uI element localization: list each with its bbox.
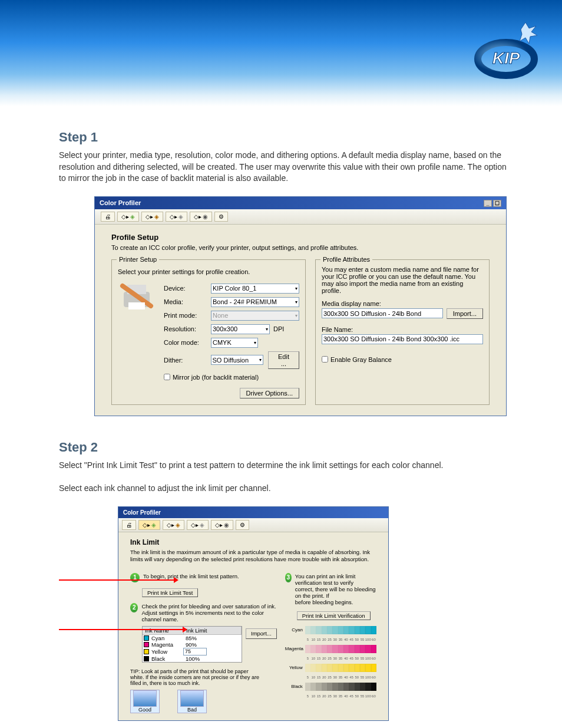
toolbar-step-icon[interactable]: ◇▸◈ xyxy=(141,212,163,222)
good-label: Good xyxy=(138,707,151,713)
resolution-label: Resolution: xyxy=(164,325,211,332)
ink-swatch xyxy=(144,656,149,661)
printer-setup-instruction: Select your printer settings for profile… xyxy=(118,268,299,275)
step1-text: To begin, print the ink limit test patte… xyxy=(143,573,239,579)
device-label: Device: xyxy=(164,285,211,292)
printer-icon xyxy=(118,280,159,315)
toolbar-step-icon[interactable]: ◇▸◉ xyxy=(211,520,233,530)
printmode-select: None xyxy=(211,311,299,321)
media-display-input[interactable] xyxy=(322,308,443,318)
inks-table: Ink NameInk Limit Cyan85%Magenta90%Yello… xyxy=(142,626,242,663)
colormode-label: Color mode: xyxy=(164,339,211,346)
window-title: Color Profiler xyxy=(100,199,141,206)
toolbar-step-icon[interactable]: ◇▸◈ xyxy=(166,212,187,222)
section-subtitle: The ink limit is the maximum amount of i… xyxy=(130,549,376,564)
callout-arrow xyxy=(59,579,177,581)
step-badge-2: 2 xyxy=(130,603,138,612)
callout-arrow xyxy=(59,629,186,630)
svg-rect-4 xyxy=(128,302,145,309)
toolbar-step-icon[interactable]: ◇▸◈ xyxy=(187,520,209,530)
mirror-checkbox[interactable] xyxy=(164,374,170,380)
resolution-select[interactable]: 300x300 xyxy=(211,324,270,334)
section-title: Profile Setup xyxy=(111,233,490,242)
toolbar-print-icon[interactable]: 🖨 xyxy=(122,520,136,530)
profile-attributes-group: Profile Attributes You may enter a custo… xyxy=(315,259,490,405)
step2-text-a: Check the print for bleeding and over sa… xyxy=(141,603,276,610)
svg-text:KIP: KIP xyxy=(492,49,520,67)
toolbar-gear-icon[interactable]: ⚙ xyxy=(236,520,249,530)
printer-setup-legend: Printer Setup xyxy=(117,256,159,263)
ink-row[interactable]: Yellow xyxy=(143,648,242,655)
document-header-banner: KIP xyxy=(0,0,562,106)
edit-button[interactable]: Edit ... xyxy=(268,351,299,369)
window-buttons: _☐ xyxy=(482,199,501,207)
titlebar: Color Profiler _☐ xyxy=(95,197,506,209)
import-button[interactable]: Import... xyxy=(246,628,277,639)
ink-swatch xyxy=(144,642,149,647)
profile-attributes-desc: You may enter a custom media name and fi… xyxy=(322,266,483,294)
minimize-icon[interactable]: _ xyxy=(484,200,492,207)
import-button[interactable]: Import... xyxy=(447,308,483,319)
tip-text: TIP: Look at parts of the print that sho… xyxy=(130,668,260,686)
driver-options-button[interactable]: Driver Options... xyxy=(240,388,299,398)
resolution-unit: DPI xyxy=(273,325,284,332)
color-profiler-dialog-2: Color Profiler 🖨 ◇▸◈ ◇▸◈ ◇▸◈ ◇▸◉ ⚙ Ink L… xyxy=(118,506,389,721)
section-subtitle: To create an ICC color profile, verify y… xyxy=(111,244,490,251)
step2-heading: Step 2 xyxy=(59,440,515,455)
ink-row[interactable]: Black100% xyxy=(143,655,242,662)
media-label: Media: xyxy=(164,298,211,305)
step-badge-3: 3 xyxy=(285,573,292,582)
titlebar: Color Profiler xyxy=(118,507,388,518)
good-example-icon xyxy=(133,690,157,707)
toolbar-step-icon[interactable]: ◇▸◈ xyxy=(163,520,184,530)
ink-row[interactable]: Magenta90% xyxy=(143,641,242,648)
ink-limit-input[interactable] xyxy=(183,648,207,655)
ink-swatch xyxy=(144,649,149,654)
mirror-label: Mirror job (for backlit material) xyxy=(173,374,259,381)
step3-text-a: You can print an ink limit verification … xyxy=(295,573,356,586)
inks-header-limit: Ink Limit xyxy=(184,627,242,634)
profile-attributes-legend: Profile Attributes xyxy=(320,256,372,263)
toolbar-step-icon[interactable]: ◇▸◈ xyxy=(138,520,160,530)
window-title: Color Profiler xyxy=(123,509,161,516)
dither-label: Dither: xyxy=(164,357,211,364)
step1-heading: Step 1 xyxy=(59,130,515,145)
print-ink-limit-verification-button[interactable]: Print Ink Limit Verification xyxy=(297,611,371,620)
dither-select[interactable]: SO Diffusion xyxy=(211,355,263,365)
bad-example-icon xyxy=(180,690,204,707)
gray-balance-checkbox[interactable] xyxy=(322,356,328,363)
colormode-select[interactable]: CMYK xyxy=(211,338,258,348)
ink-swatch xyxy=(144,635,149,641)
maximize-icon[interactable]: ☐ xyxy=(493,200,501,207)
kip-logo: KIP xyxy=(468,18,544,83)
ink-row[interactable]: Cyan85% xyxy=(143,635,242,641)
section-title: Ink Limit xyxy=(130,538,376,546)
step2-body-b: Select each ink channel to adjust the in… xyxy=(59,483,515,495)
printmode-label: Print mode: xyxy=(164,312,211,319)
step2-body-a: Select "Print Ink Limit Test" to print a… xyxy=(59,460,515,472)
bad-label: Bad xyxy=(187,707,197,713)
step1-body: Select your printer, media type, resolut… xyxy=(59,150,515,185)
toolbar-gear-icon[interactable]: ⚙ xyxy=(214,212,228,222)
printer-setup-group: Printer Setup Select your printer settin… xyxy=(111,259,306,405)
toolbar-step-icon[interactable]: ◇▸◈ xyxy=(117,212,139,222)
print-ink-limit-test-button[interactable]: Print Ink Limit Test xyxy=(142,588,198,597)
color-profiler-dialog-1: Color Profiler _☐ 🖨 ◇▸◈ ◇▸◈ ◇▸◈ ◇▸◉ ⚙ Pr… xyxy=(94,196,507,416)
filename-input[interactable] xyxy=(322,334,483,344)
toolbar-print-icon[interactable]: 🖨 xyxy=(101,212,115,222)
media-select[interactable]: Bond - 24# PREMIUM xyxy=(211,297,299,307)
step3-text-b: correct, there will be no bleeding on th… xyxy=(295,586,376,599)
media-display-label: Media display name: xyxy=(322,300,483,307)
gray-balance-label: Enable Gray Balance xyxy=(330,356,392,363)
ink-gradient-preview: Cyan51015202530354045505510060Magenta510… xyxy=(285,626,376,698)
toolbar: 🖨 ◇▸◈ ◇▸◈ ◇▸◈ ◇▸◉ ⚙ xyxy=(118,518,388,532)
inks-header-name: Ink Name xyxy=(143,627,184,634)
step3-text-c: before bleeding begins. xyxy=(295,599,353,605)
toolbar-step-icon[interactable]: ◇▸◉ xyxy=(190,212,212,222)
toolbar: 🖨 ◇▸◈ ◇▸◈ ◇▸◈ ◇▸◉ ⚙ xyxy=(95,209,506,225)
step-badge-1: 1 xyxy=(130,573,140,582)
filename-label: File Name: xyxy=(322,326,483,333)
step2-text-b: Adjust settings in 5% increments next to… xyxy=(141,610,264,622)
device-select[interactable]: KIP Color 80_1 xyxy=(211,284,299,294)
